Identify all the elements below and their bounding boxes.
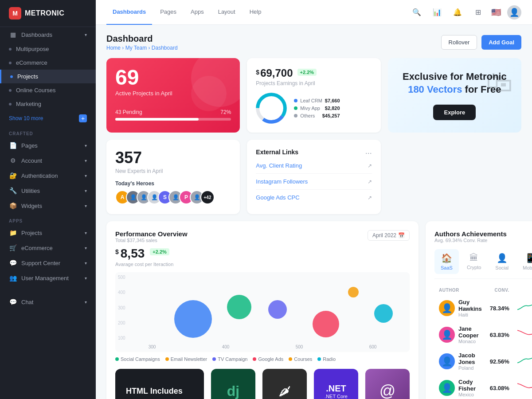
calendar-icon: 📅: [398, 232, 405, 239]
top-navigation: Dashboards Pages Apps Layout Help 🔍 📊 🔔 …: [96, 0, 532, 25]
dot-icon: [9, 48, 12, 51]
author-cell: 👤 Guy Hawkins Haiti: [435, 295, 485, 321]
logo-icon: M: [9, 7, 21, 20]
x-600: 600: [369, 344, 377, 349]
sidebar-item-support-center[interactable]: 💬 Support Center ▾: [0, 255, 96, 270]
breadcrumb: Home › My Team › Dashboard: [106, 45, 178, 51]
breadcrumb-team[interactable]: My Team: [125, 45, 147, 51]
authors-title: Authors Achievements: [434, 230, 507, 238]
author-avatar: 👤: [439, 353, 455, 369]
legend-tv: TV Campaign: [212, 356, 247, 362]
sidebar-item-marketing[interactable]: Marketing: [0, 97, 96, 111]
account-icon: ⚙: [9, 156, 17, 164]
conv-cell: 92.56%: [486, 348, 513, 374]
chart-cell: [514, 348, 532, 374]
legend-courses: Courses: [289, 356, 312, 362]
tab-help[interactable]: Help: [243, 0, 268, 25]
plus-icon: +: [79, 114, 87, 122]
tab-pages[interactable]: Pages: [154, 0, 183, 25]
tab-apps[interactable]: Apps: [184, 0, 210, 25]
grid-icon[interactable]: ⊞: [471, 5, 485, 20]
tab-crypto[interactable]: 🏛 Crypto: [461, 249, 487, 274]
tool-netcore[interactable]: .NET .NET Core: [314, 369, 358, 399]
legend-dot: [294, 99, 297, 102]
sidebar-item-authentication[interactable]: 🔐 Authentication ▾: [0, 168, 96, 183]
rollover-button[interactable]: Rollover: [441, 35, 477, 50]
sidebar-item-pages[interactable]: 📄 Pages ▾: [0, 138, 96, 153]
chart-cell: [514, 295, 532, 321]
legend-name: Leaf CRM: [300, 98, 322, 103]
legend-radio: Radio: [317, 356, 336, 362]
earnings-value: 69,700: [260, 67, 293, 79]
dot-icon: [9, 103, 12, 106]
tab-layout[interactable]: Layout: [212, 0, 242, 25]
page-content: Dashboard Home › My Team › Dashboard Rol…: [96, 25, 532, 399]
tool-django[interactable]: dj: [211, 369, 255, 399]
authors-table: Author Conv. Chart View 👤 Guy Hawkins Ha…: [434, 285, 532, 399]
tool-other[interactable]: @: [365, 369, 410, 399]
ext-link-google-ads[interactable]: Google Ads CPC ↗: [256, 190, 372, 205]
chart-cell: [514, 375, 532, 399]
ext-link-label: Google Ads CPC: [256, 194, 299, 201]
tab-social[interactable]: 👤 Social: [489, 249, 515, 274]
authors-card: Authors Achievements Avg. 69.34% Conv. R…: [426, 221, 532, 399]
ext-link-avg-rating[interactable]: Avg. Client Rating ↗: [256, 158, 372, 174]
tab-saas[interactable]: 🏠 SaaS: [434, 249, 459, 274]
mobile-icon: 📱: [524, 253, 532, 263]
legend-others: Others $45,257: [294, 113, 340, 118]
tab-dashboards[interactable]: Dashboards: [106, 0, 152, 25]
date-picker[interactable]: April 2022 📅: [368, 230, 410, 241]
user-avatar[interactable]: 👤: [507, 5, 521, 20]
donut-section: Leaf CRM $7,660 Mivy App $2,820 Others $…: [256, 93, 372, 124]
table-row: 👤 Jacob Jones Poland 92.56% →: [435, 348, 532, 374]
sidebar-item-chat[interactable]: 💬 Chat ▾: [0, 294, 96, 309]
tab-mobile[interactable]: 📱 Mobile: [516, 249, 532, 274]
bubble-blue: [174, 300, 212, 338]
flag-icon[interactable]: 🇺🇸: [491, 8, 501, 17]
social-icon: 👤: [497, 253, 508, 263]
authors-tabs: 🏠 SaaS 🏛 Crypto 👤 Social 📱 Mobile: [434, 249, 532, 279]
add-goal-button[interactable]: Add Goal: [481, 35, 521, 50]
sidebar-item-multipurpose[interactable]: Multipurpose: [0, 42, 96, 56]
breadcrumb-home[interactable]: Home: [106, 45, 121, 51]
search-icon[interactable]: 🔍: [410, 5, 424, 20]
app-projects-icon: 📁: [9, 229, 17, 237]
brand-logo: M METRONIC: [0, 0, 96, 27]
bell-icon[interactable]: 🔔: [450, 5, 465, 20]
author-location: Monaco: [458, 339, 482, 344]
app-ecommerce-icon: 🛒: [9, 244, 17, 252]
sidebar-item-dashboards[interactable]: ▦ Dashboards ▾: [0, 27, 96, 42]
y-100: 100: [118, 336, 125, 340]
stats-icon[interactable]: 📊: [430, 5, 444, 20]
sidebar-item-account[interactable]: ⚙ Account ▾: [0, 153, 96, 168]
sidebar-item-app-ecommerce[interactable]: 🛒 eCommerce ▾: [0, 240, 96, 255]
sidebar-item-widgets[interactable]: 📦 Widgets ▾: [0, 198, 96, 213]
explore-button[interactable]: Explore: [433, 105, 476, 120]
tool-flask[interactable]: 🌶: [262, 369, 307, 399]
sidebar-item-utilities[interactable]: 🔧 Utilities ▾: [0, 183, 96, 198]
author-name: Jacob Jones: [458, 352, 482, 365]
support-icon: 💬: [9, 259, 17, 267]
chevron-icon: ▾: [85, 231, 87, 235]
dot-icon: [9, 62, 12, 64]
x-300: 300: [149, 344, 156, 349]
progress-pct: 72%: [220, 109, 231, 115]
show-more-button[interactable]: Show 10 more +: [0, 111, 96, 126]
sidebar-label-utilities: Utilities: [21, 188, 40, 194]
legend-dot: [253, 357, 256, 361]
sidebar-label-app-ecommerce: eCommerce: [21, 245, 53, 251]
external-links-card: External Links ··· Avg. Client Rating ↗ …: [247, 140, 380, 214]
ext-link-instagram[interactable]: Instagram Followers ↗: [256, 174, 372, 190]
sidebar-item-online-courses[interactable]: Online Courses: [0, 83, 96, 97]
bottom-section: Performance Overview Total $37,345 sales…: [106, 221, 521, 399]
sidebar-item-ecommerce[interactable]: eCommerce: [0, 56, 96, 70]
earnings-badge: +2.2%: [297, 69, 317, 76]
sidebar-label-authentication: Authentication: [21, 172, 58, 179]
experts-label: New Experts in April: [115, 168, 231, 174]
nav-right-actions: 🔍 📊 🔔 ⊞ 🇺🇸 👤: [410, 5, 521, 20]
sidebar-item-user-management[interactable]: 👥 User Management ▾: [0, 270, 96, 286]
sidebar-item-projects[interactable]: Projects: [0, 70, 96, 83]
more-button[interactable]: ···: [365, 149, 372, 158]
sidebar-item-app-projects[interactable]: 📁 Projects ▾: [0, 225, 96, 240]
tools-row: HTML Includes dj 🌶 .NET .NET Core @: [115, 369, 410, 399]
